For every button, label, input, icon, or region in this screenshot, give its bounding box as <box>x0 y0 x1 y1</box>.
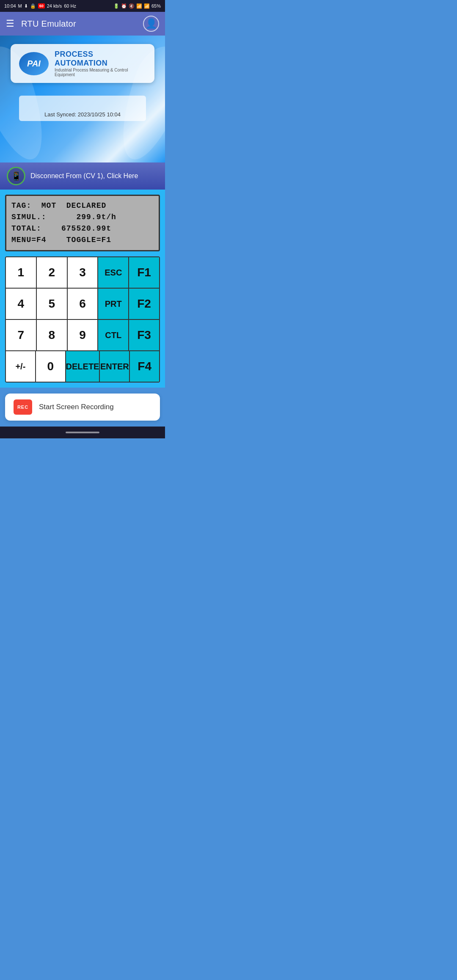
display-line-3: TOTAL: 675520.99t <box>11 223 154 234</box>
key-enter[interactable]: ENTER <box>100 351 130 382</box>
logo-emblem-text: PAI <box>27 59 41 69</box>
wifi-icon: 📶 <box>136 3 142 9</box>
keypad-row-1: 456PRTF2 <box>6 289 159 320</box>
key-f2[interactable]: F2 <box>129 289 159 319</box>
rec-label: REC <box>17 405 28 410</box>
nav-bar <box>0 427 165 438</box>
logo-main-text: PROCESS AUTOMATION <box>55 50 146 68</box>
status-icon-download: ⬇ <box>24 3 28 9</box>
disconnect-banner[interactable]: 📱 Disconnect From (CV 1), Click Here <box>0 162 165 190</box>
sync-card: Last Synced: 2023/10/25 10:04 <box>19 96 146 121</box>
key-prt[interactable]: PRT <box>98 289 129 319</box>
start-recording-text: Start Screen Recording <box>39 403 114 411</box>
logo-emblem: PAI <box>19 52 49 75</box>
alarm-icon: ⏰ <box>121 3 127 9</box>
key-ctl[interactable]: CTL <box>98 320 129 350</box>
status-network: 24 kb/s <box>47 3 62 8</box>
logo-sub-text: Industrial Process Measuring & Control E… <box>55 68 146 77</box>
display-line-2: SIMUL.: 299.9t/h <box>11 212 154 223</box>
mute-icon: 🔇 <box>129 3 135 9</box>
account-icon: 👤 <box>146 18 157 29</box>
key-4[interactable]: 4 <box>6 289 37 319</box>
keypad-row-0: 123ESCF1 <box>6 257 159 289</box>
keypad-row-2: 789CTLF3 <box>6 320 159 351</box>
key-delete[interactable]: DELETE <box>66 351 100 382</box>
status-freq: 60 Hz <box>64 3 76 8</box>
keypad: 123ESCF1456PRTF2789CTLF3+/-0DELETEENTERF… <box>5 256 160 383</box>
key-7[interactable]: 7 <box>6 320 37 350</box>
key-f1[interactable]: F1 <box>129 257 159 288</box>
disconnect-icon: 📱 <box>7 167 25 185</box>
record-bar[interactable]: REC Start Screen Recording <box>5 394 160 421</box>
keypad-row-3: +/-0DELETEENTERF4 <box>6 351 159 382</box>
account-button[interactable]: 👤 <box>143 16 159 32</box>
key-8[interactable]: 8 <box>37 320 68 350</box>
status-icon-m: M <box>18 3 22 8</box>
key-6[interactable]: 6 <box>68 289 99 319</box>
main-content: TAG: MOT DECLARED SIMUL.: 299.9t/h TOTAL… <box>0 190 165 388</box>
logo-text-block: PROCESS AUTOMATION Industrial Process Me… <box>55 50 146 77</box>
signal-icon: 📶 <box>144 3 150 9</box>
display-screen: TAG: MOT DECLARED SIMUL.: 299.9t/h TOTAL… <box>5 195 160 251</box>
nav-indicator <box>66 432 99 433</box>
sync-label: Last Synced: 2023/10/25 10:04 <box>44 111 121 118</box>
menu-icon[interactable]: ☰ <box>6 18 14 29</box>
key-5[interactable]: 5 <box>37 289 68 319</box>
key-2[interactable]: 2 <box>37 257 68 288</box>
key-1[interactable]: 1 <box>6 257 37 288</box>
key-3[interactable]: 3 <box>68 257 99 288</box>
red-badge: 60 <box>38 3 45 8</box>
rec-icon: REC <box>14 399 32 415</box>
key-9[interactable]: 9 <box>68 320 99 350</box>
key-f4[interactable]: F4 <box>130 351 159 382</box>
key-esc[interactable]: ESC <box>98 257 129 288</box>
display-line-4: MENU=F4 TOGGLE=F1 <box>11 234 154 246</box>
disconnect-phone-icon: 📱 <box>11 171 22 181</box>
key-0[interactable]: 0 <box>36 351 66 382</box>
logo-card: PAI PROCESS AUTOMATION Industrial Proces… <box>11 44 154 83</box>
status-right: 🔋 ⏰ 🔇 📶 📶 65% <box>113 3 161 9</box>
disconnect-text: Disconnect From (CV 1), Click Here <box>30 172 138 180</box>
key-f3[interactable]: F3 <box>129 320 159 350</box>
status-bar: 10:04 M ⬇ 🔒 60 24 kb/s 60 Hz 🔋 ⏰ 🔇 📶 📶 6… <box>0 0 165 12</box>
status-icon-lock: 🔒 <box>30 3 36 9</box>
app-bar: ☰ RTU Emulator 👤 <box>0 12 165 36</box>
app-title: RTU Emulator <box>21 19 143 29</box>
status-time: 10:04 <box>4 3 16 8</box>
status-left: 10:04 M ⬇ 🔒 60 24 kb/s 60 Hz <box>4 3 76 9</box>
battery-icon: 🔋 <box>113 3 119 9</box>
display-line-1: TAG: MOT DECLARED <box>11 200 154 212</box>
key----[interactable]: +/- <box>6 351 36 382</box>
hero-area: PAI PROCESS AUTOMATION Industrial Proces… <box>0 36 165 162</box>
battery-level: 65% <box>151 3 161 8</box>
